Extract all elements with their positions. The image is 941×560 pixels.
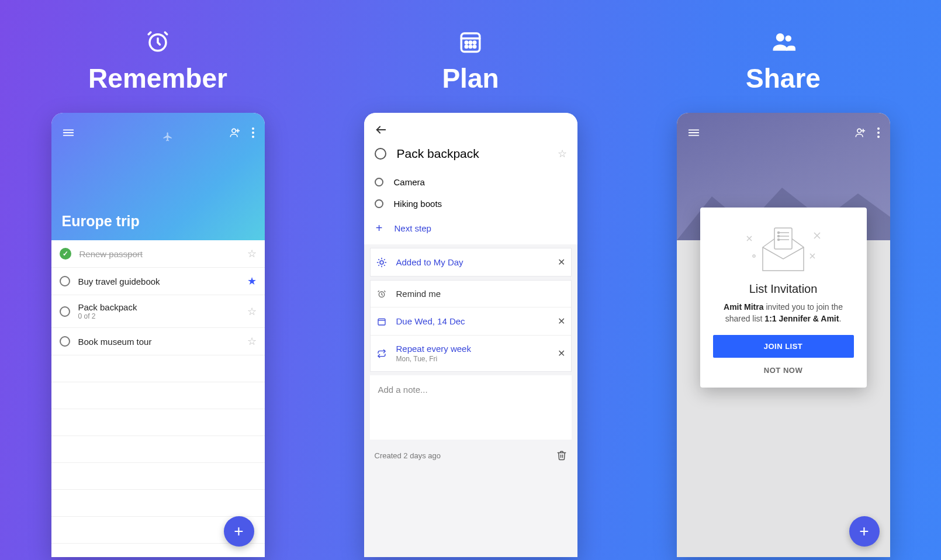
task-row[interactable]: Buy travel guidebook ★ — [51, 268, 265, 295]
calendar-icon — [376, 317, 387, 326]
checkbox-icon[interactable] — [60, 306, 70, 317]
svg-line-26 — [384, 265, 385, 265]
svg-point-49 — [753, 255, 755, 257]
list-title: Europe trip — [62, 213, 140, 230]
svg-point-14 — [473, 42, 476, 44]
join-list-button[interactable]: JOIN LIST — [713, 335, 854, 358]
close-icon[interactable]: ✕ — [558, 348, 565, 359]
column-title: Remember — [88, 63, 227, 94]
svg-point-13 — [469, 42, 472, 44]
add-person-icon[interactable] — [854, 127, 866, 139]
svg-point-19 — [380, 261, 383, 264]
alarm-icon — [146, 29, 170, 54]
plus-icon: + — [375, 222, 384, 235]
my-day-row[interactable]: Added to My Day ✕ — [371, 248, 571, 276]
svg-point-17 — [473, 46, 476, 48]
next-step-button[interactable]: + Next step — [375, 215, 567, 244]
due-row[interactable]: Due Wed, 14 Dec ✕ — [371, 307, 571, 335]
plan-phone: Pack backpack ☆ Camera Hiking boots + Ne… — [364, 113, 577, 557]
svg-line-25 — [384, 259, 385, 260]
column-title: Share — [746, 63, 821, 94]
star-icon[interactable]: ★ — [247, 275, 257, 288]
menu-icon[interactable] — [687, 126, 700, 139]
close-icon[interactable]: ✕ — [558, 257, 565, 268]
empty-row — [51, 355, 265, 382]
calendar-icon — [458, 29, 483, 54]
task-row[interactable]: Pack backpack 0 of 2 ☆ — [51, 295, 265, 328]
svg-point-16 — [469, 46, 472, 48]
svg-line-27 — [378, 265, 379, 265]
alarm-icon — [376, 289, 387, 299]
invite-list-name: 1:1 Jennifer & Amit — [764, 314, 839, 323]
invite-title: List Invitation — [713, 282, 854, 296]
sun-icon — [376, 257, 387, 268]
task-text: Renew passport — [79, 249, 239, 259]
empty-row — [51, 490, 265, 517]
svg-point-48 — [778, 238, 780, 240]
trash-icon[interactable] — [556, 450, 567, 461]
my-day-label: Added to My Day — [396, 257, 548, 267]
empty-row — [51, 382, 265, 409]
remind-row[interactable]: Remind me — [371, 281, 571, 307]
repeat-row[interactable]: Repeat every week Mon, Tue, Fri ✕ — [371, 335, 571, 371]
note-input[interactable]: Add a note... — [370, 375, 572, 440]
star-icon[interactable]: ☆ — [247, 247, 257, 260]
step-row[interactable]: Hiking boots — [375, 193, 567, 215]
close-icon[interactable]: ✕ — [558, 316, 565, 327]
not-now-button[interactable]: NOT NOW — [713, 366, 854, 375]
checkbox-icon[interactable] — [60, 336, 70, 347]
step-text: Camera — [394, 177, 425, 187]
task-row[interactable]: Renew passport ☆ — [51, 240, 265, 268]
svg-point-9 — [252, 136, 254, 138]
svg-point-36 — [857, 129, 861, 133]
next-step-label: Next step — [395, 223, 431, 233]
star-icon[interactable]: ☆ — [247, 335, 257, 348]
add-task-fab[interactable]: + — [849, 516, 880, 547]
step-row[interactable]: Camera — [375, 171, 567, 193]
empty-row — [51, 463, 265, 490]
remind-label: Remind me — [396, 289, 565, 299]
more-icon[interactable] — [252, 127, 254, 138]
menu-icon[interactable] — [62, 126, 75, 139]
svg-point-12 — [465, 42, 468, 44]
svg-point-46 — [778, 231, 780, 233]
repeat-sub: Mon, Tue, Fri — [396, 355, 548, 363]
repeat-label: Repeat every week — [396, 344, 548, 354]
task-text: Book museum tour — [78, 337, 239, 347]
svg-point-47 — [778, 235, 780, 237]
task-text: Buy travel guidebook — [78, 276, 239, 286]
empty-row — [51, 544, 265, 557]
envelope-illustration — [713, 219, 854, 278]
checkbox-icon[interactable] — [60, 276, 70, 286]
checkbox-icon[interactable] — [375, 178, 383, 186]
add-person-icon[interactable] — [229, 127, 240, 139]
task-detail-title: Pack backpack — [397, 147, 547, 161]
svg-rect-29 — [378, 319, 385, 325]
checkbox-icon[interactable] — [375, 148, 386, 160]
svg-rect-42 — [774, 228, 792, 249]
more-icon[interactable] — [877, 127, 880, 138]
star-icon[interactable]: ☆ — [247, 305, 257, 318]
share-phone: + — [677, 113, 890, 557]
invite-description: Amit Mitra invited you to join the share… — [713, 302, 854, 324]
step-text: Hiking boots — [394, 199, 442, 209]
created-row: Created 2 days ago — [364, 443, 577, 468]
task-subtitle: 0 of 2 — [78, 312, 239, 320]
star-icon[interactable]: ☆ — [558, 147, 567, 160]
checkbox-icon[interactable] — [375, 199, 383, 208]
svg-point-7 — [252, 127, 254, 130]
svg-point-32 — [786, 36, 792, 42]
task-row[interactable]: Book museum tour ☆ — [51, 328, 265, 355]
back-icon[interactable] — [375, 123, 388, 136]
column-share: Share — [660, 29, 906, 560]
svg-point-4 — [231, 129, 236, 133]
empty-row — [51, 436, 265, 463]
checkmark-done-icon[interactable] — [60, 248, 71, 260]
add-task-fab[interactable]: + — [224, 516, 254, 547]
task-list: Renew passport ☆ Buy travel guidebook ★ … — [51, 240, 265, 557]
column-remember: Remember — [35, 29, 281, 560]
list-header: Europe trip — [51, 113, 265, 240]
invite-card: List Invitation Amit Mitra invited you t… — [700, 208, 867, 388]
task-text: Pack backpack — [78, 302, 239, 312]
svg-point-39 — [877, 127, 880, 130]
